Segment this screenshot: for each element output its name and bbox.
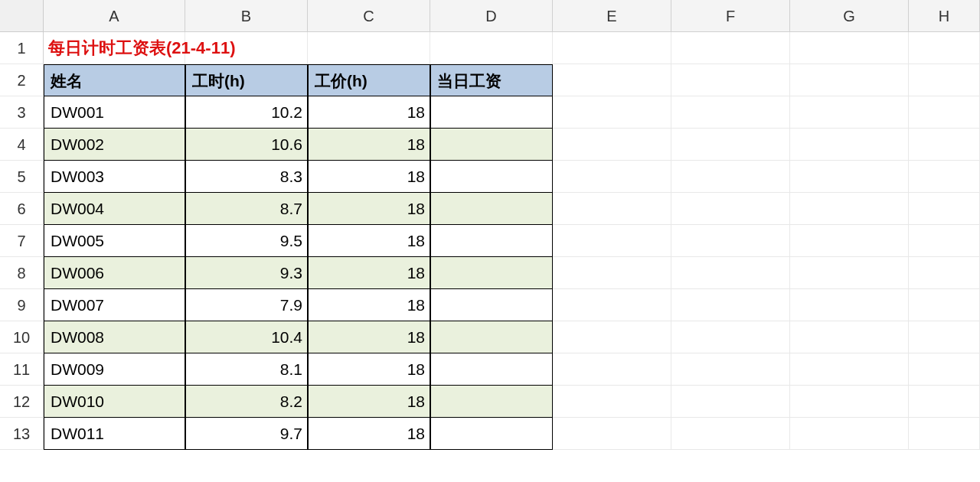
cell[interactable] [790, 64, 909, 96]
column-header-G[interactable]: G [790, 0, 909, 32]
cell[interactable] [909, 96, 980, 129]
column-header-B[interactable]: B [185, 0, 308, 32]
cell[interactable] [671, 386, 790, 418]
table-cell-rate[interactable]: 18 [308, 96, 430, 129]
cell[interactable] [790, 289, 909, 321]
cell[interactable] [909, 257, 980, 289]
column-header-A[interactable]: A [44, 0, 185, 32]
table-cell-hours[interactable]: 9.3 [185, 257, 308, 289]
column-header-D[interactable]: D [430, 0, 553, 32]
column-header-C[interactable]: C [308, 0, 430, 32]
cell[interactable] [790, 386, 909, 418]
row-header-4[interactable]: 4 [0, 129, 44, 161]
cell[interactable] [671, 161, 790, 193]
table-header[interactable]: 工时(h) [185, 64, 308, 96]
table-cell-name[interactable]: DW002 [44, 129, 185, 161]
cell[interactable] [553, 193, 671, 225]
cell[interactable] [553, 64, 671, 96]
table-cell-wage[interactable] [430, 129, 553, 161]
cell[interactable] [909, 129, 980, 161]
table-header[interactable]: 姓名 [44, 64, 185, 96]
cell[interactable] [790, 418, 909, 450]
table-cell-name[interactable]: DW007 [44, 289, 185, 321]
select-all-corner[interactable] [0, 0, 44, 32]
table-cell-hours[interactable]: 8.7 [185, 193, 308, 225]
cell[interactable] [909, 225, 980, 257]
row-header-6[interactable]: 6 [0, 193, 44, 225]
row-header-8[interactable]: 8 [0, 257, 44, 289]
cell[interactable] [671, 321, 790, 353]
table-cell-hours[interactable]: 9.7 [185, 418, 308, 450]
table-cell-hours[interactable]: 10.2 [185, 96, 308, 129]
cell[interactable] [790, 321, 909, 353]
cell[interactable] [553, 129, 671, 161]
cell[interactable] [671, 353, 790, 386]
cell[interactable] [790, 32, 909, 64]
cell[interactable] [553, 32, 671, 64]
cell[interactable] [553, 386, 671, 418]
cell[interactable] [790, 257, 909, 289]
cell[interactable] [790, 161, 909, 193]
cell[interactable] [671, 64, 790, 96]
table-cell-hours[interactable]: 8.2 [185, 386, 308, 418]
table-cell-rate[interactable]: 18 [308, 193, 430, 225]
table-cell-name[interactable]: DW011 [44, 418, 185, 450]
cell[interactable] [671, 225, 790, 257]
table-cell-wage[interactable] [430, 193, 553, 225]
cell[interactable] [671, 418, 790, 450]
row-header-12[interactable]: 12 [0, 386, 44, 418]
table-cell-name[interactable]: DW006 [44, 257, 185, 289]
table-cell-rate[interactable]: 18 [308, 129, 430, 161]
cell[interactable] [671, 257, 790, 289]
row-header-11[interactable]: 11 [0, 353, 44, 386]
cell[interactable] [909, 353, 980, 386]
row-header-1[interactable]: 1 [0, 32, 44, 64]
table-cell-wage[interactable] [430, 386, 553, 418]
row-header-3[interactable]: 3 [0, 96, 44, 129]
cell[interactable] [790, 193, 909, 225]
table-cell-rate[interactable]: 18 [308, 386, 430, 418]
cell[interactable] [430, 32, 553, 64]
cell[interactable] [671, 32, 790, 64]
table-cell-hours[interactable]: 7.9 [185, 289, 308, 321]
table-cell-rate[interactable]: 18 [308, 418, 430, 450]
page-title[interactable]: 每日计时工资表(21-4-11) [44, 32, 185, 64]
cell[interactable] [671, 193, 790, 225]
cell[interactable] [909, 193, 980, 225]
cell[interactable] [553, 418, 671, 450]
cell[interactable] [909, 64, 980, 96]
table-cell-hours[interactable]: 9.5 [185, 225, 308, 257]
row-header-2[interactable]: 2 [0, 64, 44, 96]
table-cell-wage[interactable] [430, 225, 553, 257]
table-cell-name[interactable]: DW003 [44, 161, 185, 193]
cell[interactable] [671, 289, 790, 321]
row-header-7[interactable]: 7 [0, 225, 44, 257]
cell[interactable] [553, 225, 671, 257]
table-cell-rate[interactable]: 18 [308, 289, 430, 321]
table-cell-hours[interactable]: 8.3 [185, 161, 308, 193]
cell[interactable] [553, 161, 671, 193]
table-header[interactable]: 工价(h) [308, 64, 430, 96]
cell[interactable] [185, 32, 308, 64]
row-header-9[interactable]: 9 [0, 289, 44, 321]
table-cell-hours[interactable]: 8.1 [185, 353, 308, 386]
table-cell-name[interactable]: DW010 [44, 386, 185, 418]
table-cell-hours[interactable]: 10.6 [185, 129, 308, 161]
table-cell-name[interactable]: DW001 [44, 96, 185, 129]
cell[interactable] [909, 386, 980, 418]
cell[interactable] [790, 353, 909, 386]
table-cell-rate[interactable]: 18 [308, 225, 430, 257]
cell[interactable] [671, 96, 790, 129]
table-header[interactable]: 当日工资 [430, 64, 553, 96]
table-cell-name[interactable]: DW005 [44, 225, 185, 257]
column-header-H[interactable]: H [909, 0, 980, 32]
cell[interactable] [909, 321, 980, 353]
cell[interactable] [553, 353, 671, 386]
table-cell-rate[interactable]: 18 [308, 321, 430, 353]
cell[interactable] [909, 161, 980, 193]
cell[interactable] [909, 418, 980, 450]
table-cell-hours[interactable]: 10.4 [185, 321, 308, 353]
cell[interactable] [308, 32, 430, 64]
table-cell-rate[interactable]: 18 [308, 257, 430, 289]
table-cell-rate[interactable]: 18 [308, 161, 430, 193]
